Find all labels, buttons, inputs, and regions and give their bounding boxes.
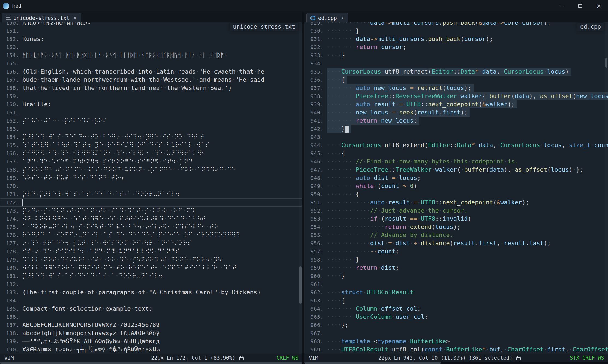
code-line[interactable]: ⠔·⠹⠑·⠞⠗⠁⠙⠑⠲·⡃⠥⠞·⠹⠑·⠺⠊⠎⠙⠕⠍·⠕⠋·⠳⠗·⠁⠝⠊⠑⠌⠕⠗⠎ — [22, 239, 302, 247]
editor-row[interactable]: 168.⡎⠊⠗⠕⠕⠛⠑⠰⠎·⠝⠁⠍⠑·⠺⠁⠎·⠛⠕⠕⠙·⠥⠏⠕⠝·⠰⡡⠁⠝⠛⠑⠂… — [0, 166, 302, 174]
editor-row[interactable]: 966.····}; — [304, 321, 608, 329]
editor-row[interactable]: 154.ᚻᛖ·ᚳᚹᚫᚦ·ᚦᚫᛏ·ᚻᛖ·ᛒᚢᛞᛖ·ᚩᚾ·ᚦᚫᛗ·ᛚᚪᚾᛞᛖ·ᚾᚩᚱ… — [0, 51, 302, 59]
code-line[interactable]: ········PieceTree::TreeWalker·walker{·bu… — [327, 166, 608, 174]
editor-row[interactable]: 166.⠎⠊⠛⠝⠫·⠃⠹·⠹⠑·⠊⠇⠻⠛⠹⠍⠁⠝⠂·⠹⠑·⠊⠇⠻⠅⠂·⠹⠑·⠥⠝… — [0, 149, 302, 157]
pane-divider[interactable] — [302, 12, 304, 362]
code-line[interactable] — [327, 133, 608, 141]
code-line[interactable]: ········auto·result·=·UTF8::next_codepoi… — [327, 100, 608, 108]
code-line[interactable]: ⠊⠎·⠔·⠹⠑·⠎⠊⠍⠊⠇⠑⠆·⠁⠝⠙·⠍⠹·⠥⠝⠙⠁⠇⠇⠪⠫·⠙⠁⠝⠙⠎ — [22, 247, 302, 256]
code-line[interactable]: ABCDEFGHIJKLMNOPQRSTUVWXYZ·/0123456789 — [22, 321, 302, 329]
line-ending-indicator[interactable]: STX CRLF WS — [570, 354, 604, 362]
editor-row[interactable]: 167.⠁⠝⠙·⠹⠑·⠡⠊⠑⠋·⠍⠳⠗⠝⠻⠲·⡎⠊⠗⠕⠕⠛⠑·⠎⠊⠛⠝⠫·⠊⠞⠲… — [0, 157, 302, 166]
code-line[interactable]: ⠪⠝·⠅⠝⠪⠇⠫⠛⠑⠂·⠱⠁⠞·⠹⠻⠑·⠊⠎·⠏⠜⠞⠊⠊⠥⠇⠜⠇⠹·⠙⠑⠁⠙·⠁… — [22, 215, 302, 223]
code-line[interactable]: ····} — [327, 125, 608, 133]
lock-icon[interactable] — [516, 357, 521, 360]
editor-row[interactable]: 172. — [0, 198, 302, 207]
code-line[interactable]: ⡎⠊⠗⠕⠕⠛⠑⠰⠎·⠝⠁⠍⠑·⠺⠁⠎·⠛⠕⠕⠙·⠥⠏⠕⠝·⠰⡡⠁⠝⠛⠑⠂·⠋⠕⠗… — [22, 166, 302, 174]
titlebar[interactable]: fred × — [0, 0, 608, 12]
text-editor-right[interactable]: ed.cpp 929.············data->multi_curso… — [304, 22, 608, 354]
code-line[interactable] — [22, 43, 302, 51]
code-line[interactable]: ········Column·offset_col; — [327, 305, 608, 313]
code-line[interactable] — [22, 125, 302, 133]
code-line[interactable] — [22, 296, 302, 305]
editor-row[interactable]: 949.········while·(count·>·0) — [304, 182, 608, 190]
code-line[interactable]: ····} — [327, 51, 608, 59]
editor-row[interactable]: 153. — [0, 43, 302, 51]
tab-unicode-stress-txt[interactable]: unicode-stress.txt × — [2, 13, 81, 22]
code-line[interactable] — [22, 92, 302, 100]
editor-row[interactable]: 930.········} — [304, 27, 608, 35]
code-line[interactable] — [22, 313, 302, 321]
editor-row[interactable]: 941.········return·new_locus; — [304, 117, 608, 125]
editor-row[interactable]: 187.ABCDEFGHIJKLMNOPQRSTUVWXYZ·/01234567… — [0, 321, 302, 329]
lock-icon[interactable] — [239, 357, 244, 360]
code-line[interactable]: ⠺⠊⠇⠇·⠹⠻⠑⠋⠕⠗⠑·⠏⠻⠍⠊⠞·⠍⠑·⠞⠕·⠗⠑⠏⠑⠁⠞⠂·⠑⠍⠏⠙⠁⠞⠊… — [22, 264, 302, 272]
editor-row[interactable]: 171.⡕⠇⠙·⡍⠜⠇⠑⠹·⠺⠁⠎·⠁⠎·⠙⠑⠁⠙·⠁⠎·⠁·⠙⠕⠕⠗⠤⠝⠁⠊⠇… — [0, 190, 302, 198]
code-line[interactable]: ········return·cursor; — [327, 43, 608, 51]
editor-row[interactable]: 936.····{ — [304, 76, 608, 84]
code-line[interactable]: ········return·new_locus; — [327, 117, 608, 125]
code-line[interactable]: ⡍⠜⠇⠑⠹·⠺⠁⠎·⠁⠎·⠙⠑⠁⠙·⠁⠎·⠁·⠙⠕⠕⠗⠤⠝⠁⠊⠇⠲ — [22, 272, 302, 280]
editor-row[interactable]: 955.············//·Advance·by·distance. — [304, 231, 608, 239]
editor-row[interactable]: 186. — [0, 313, 302, 321]
text-editor-left[interactable]: unicode-stress.txt 150.እግርህን·በፍራሽህ·ልክ·ዘር… — [0, 22, 302, 354]
editor-row[interactable]: 170. — [0, 182, 302, 190]
editor-row[interactable]: 965.········UserColumn·user_col; — [304, 313, 608, 321]
code-line[interactable]: ⡍⠜⠇⠑⠹·⠺⠁⠎·⠙⠑⠁⠙⠒·⠞⠕·⠃⠑⠛⠔·⠺⠊⠹⠲·⡹⠻⠑·⠊⠎·⠝⠕·⠙… — [22, 133, 302, 141]
editor-row[interactable]: 935.····CursorLocus·utf8_retract(Editor:… — [304, 68, 608, 76]
code-line[interactable]: ········return·dist; — [327, 264, 608, 272]
code-line[interactable]: –—‘“”„†•…‰™œŠŸž€·ΑΒΓΔΩαβγδω·АБВГДабвгд — [22, 337, 302, 345]
editor-row[interactable]: 160.Braille: — [0, 100, 302, 108]
code-line[interactable]: ⠁⠝⠙·⠹⠑·⠡⠊⠑⠋·⠍⠳⠗⠝⠻⠲·⡎⠊⠗⠕⠕⠛⠑·⠎⠊⠛⠝⠫·⠊⠞⠲·⡁⠝⠙ — [22, 157, 302, 166]
editor-row[interactable]: 176.⠗⠑⠛⠜⠙·⠁·⠊⠕⠋⠋⠔⠤⠝⠁⠊⠇·⠁⠎·⠹⠑·⠙⠑⠁⠙⠑⠌·⠏⠊⠑⠊… — [0, 231, 302, 239]
editor-row[interactable]: 952.············//·Just·advance·the·curs… — [304, 207, 608, 215]
minimize-button[interactable] — [552, 0, 571, 12]
editor-row[interactable]: 188.abcdefghijklmnopqrstuvwxyz·£©µÀÆÖÞßé… — [0, 329, 302, 337]
code-line[interactable]: (The·first·couple·of·paragraphs·of·"A·Ch… — [22, 288, 302, 296]
vertical-scrollbar-thumb[interactable] — [299, 266, 302, 304]
editor-row[interactable]: 155. — [0, 59, 302, 68]
editor-row[interactable]: 958.········} — [304, 256, 608, 264]
code-line[interactable]: Compact·font·selection·example·text: — [22, 305, 302, 313]
close-button[interactable]: × — [589, 0, 608, 12]
editor-row[interactable]: 960.····} — [304, 272, 608, 280]
tab-close-icon[interactable]: × — [341, 15, 344, 21]
code-line[interactable]: ········auto·new_locus·=·retract(locus); — [327, 84, 608, 92]
editor-row[interactable]: 158.that·he·lived·in·the·northern·land·n… — [0, 84, 302, 92]
line-ending-indicator[interactable]: CRLF WS — [277, 354, 298, 362]
editor-row[interactable]: 934. — [304, 59, 608, 68]
code-line[interactable]: ············dist·=·dist·+·distance(resul… — [327, 239, 608, 247]
editor-row[interactable]: 956.············dist·=·dist·+·distance(r… — [304, 239, 608, 247]
vertical-scrollbar[interactable] — [605, 22, 608, 354]
maximize-button[interactable] — [571, 0, 589, 12]
editor-row[interactable]: 163. — [0, 125, 302, 133]
editor-row[interactable]: 159. — [0, 92, 302, 100]
tab-close-icon[interactable]: × — [73, 15, 77, 21]
code-line[interactable]: ········} — [327, 256, 608, 264]
code-line[interactable]: ············auto·result·=·UTF8::next_cod… — [327, 198, 608, 207]
editor-row[interactable]: 169.⠡⠕⠎⠑·⠞⠕·⠏⠥⠞·⠙⠊⠎·⠙⠁⠝⠙·⠞⠕⠲ — [0, 174, 302, 182]
code-line[interactable]: ⡍⠔⠙⠖·⡊·⠙⠕⠝⠰⠞·⠍⠑⠁⠝·⠞⠕·⠎⠁⠹·⠹⠁⠞·⡊·⠅⠝⠪⠂·⠕⠋·⠍… — [22, 207, 302, 215]
code-line[interactable]: ····} — [327, 272, 608, 280]
code-line[interactable]: ····template·<typename·BufferLike> — [327, 337, 608, 345]
editor-row[interactable]: 175.⠁·⠙⠕⠕⠗⠤⠝⠁⠊⠇⠲·⡊·⠍⠊⠣⠞·⠙⠁⠧⠑·⠃⠑⠲·⠔⠊⠇⠔⠫⠂·… — [0, 223, 302, 231]
code-line[interactable]: ⡕⠇⠙·⡍⠜⠇⠑⠹·⠺⠁⠎·⠁⠎·⠙⠑⠁⠙·⠁⠎·⠁·⠙⠕⠕⠗⠤⠝⠁⠊⠇⠲ — [22, 190, 302, 198]
editor-row[interactable]: 947.········PieceTree::TreeWalker·walker… — [304, 166, 608, 174]
code-line[interactable]: bude·thaem·lande·northweardum·with·tha·W… — [22, 76, 302, 84]
editor-row[interactable]: 190.∀∂∈ℝ∧∪≡∞·↑↗↨↻⇣·┐┼╔╘░►☺♀·ﬁ�⑀₂ἠḂӥẄɐː⍎א… — [0, 345, 302, 354]
editor-row[interactable]: 967. — [304, 329, 608, 337]
code-line[interactable]: ········UserColumn·user_col; — [327, 313, 608, 321]
horizontal-scrollbar-thumb[interactable] — [0, 362, 302, 364]
editor-row[interactable]: 948.········auto·dist·=·locus; — [304, 174, 608, 182]
editor-row[interactable]: 969.····UTF8ColResult·utf8_col(const·Buf… — [304, 345, 608, 354]
code-line[interactable]: ∀∂∈ℝ∧∪≡∞·↑↗↨↻⇣·┐┼╔╘░►☺♀·ﬁ�⑀₂ἠḂӥẄɐː⍎אԱა — [22, 345, 302, 354]
code-line[interactable]: ············data->multi_cursors.push_bac… — [327, 22, 608, 27]
editor-row[interactable]: 961. — [304, 280, 608, 288]
editor-row[interactable]: 942.····} — [304, 125, 608, 133]
editor-row[interactable]: 184. — [0, 296, 302, 305]
code-line[interactable] — [22, 59, 302, 68]
code-line[interactable]: ········} — [327, 27, 608, 35]
code-line[interactable]: ⠡⠕⠎⠑·⠞⠕·⠏⠥⠞·⠙⠊⠎·⠙⠁⠝⠙·⠞⠕⠲ — [22, 174, 302, 182]
editor-row[interactable]: 174.⠪⠝·⠅⠝⠪⠇⠫⠛⠑⠂·⠱⠁⠞·⠹⠻⠑·⠊⠎·⠏⠜⠞⠊⠊⠥⠇⠜⠇⠹·⠙⠑… — [0, 215, 302, 223]
code-line[interactable]: ····{ — [327, 76, 608, 84]
